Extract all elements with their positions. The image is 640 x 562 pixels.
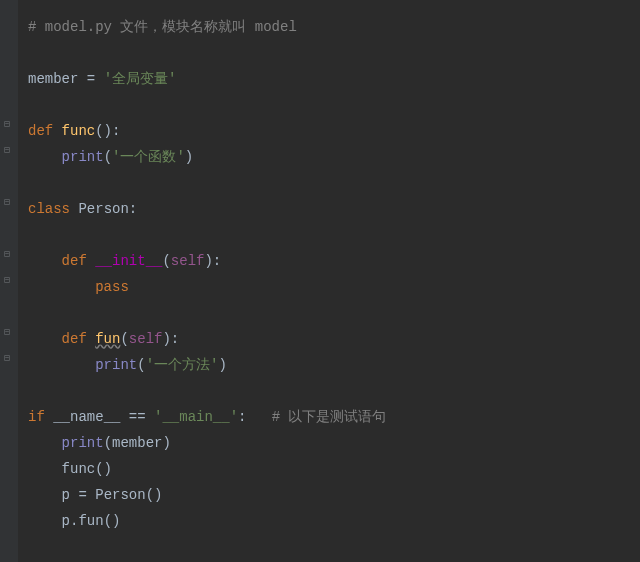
code-line: def fun(self):	[28, 326, 640, 352]
function-name: func	[62, 123, 96, 139]
keyword-class: class	[28, 201, 78, 217]
code-line: def __init__(self):	[28, 248, 640, 274]
code-line: # model.py 文件，模块名称就叫 model	[28, 14, 640, 40]
indent	[28, 279, 95, 295]
operator: =	[78, 71, 103, 87]
dunder-init: __init__	[95, 253, 162, 269]
parentheses: ()	[95, 461, 112, 477]
colon: :	[129, 201, 137, 217]
code-line: p = Person()	[28, 482, 640, 508]
keyword-def: def	[62, 253, 96, 269]
fold-icon[interactable]: ⊟	[4, 120, 14, 130]
builtin-print: print	[62, 435, 104, 451]
code-line: print('一个方法')	[28, 352, 640, 378]
paren: (	[120, 331, 128, 347]
comment-text: # 以下是测试语句	[272, 409, 387, 425]
code-line: p.fun()	[28, 508, 640, 534]
string-literal: '__main__'	[154, 409, 238, 425]
operator: =	[70, 487, 95, 503]
fold-icon[interactable]: ⊟	[4, 146, 14, 156]
code-line: member = '全局变量'	[28, 66, 640, 92]
code-line: print('一个函数')	[28, 144, 640, 170]
indent	[28, 461, 62, 477]
indent	[28, 513, 62, 529]
keyword-if: if	[28, 409, 53, 425]
code-line: if __name__ == '__main__': # 以下是测试语句	[28, 404, 640, 430]
parentheses: ()	[146, 487, 163, 503]
code-line	[28, 378, 640, 404]
builtin-print: print	[95, 357, 137, 373]
variable-name: p	[62, 487, 70, 503]
comment-text: # model.py 文件，模块名称就叫 model	[28, 19, 297, 35]
code-editor[interactable]: # model.py 文件，模块名称就叫 model member = '全局变…	[0, 0, 640, 548]
indent	[28, 357, 95, 373]
paren: )	[185, 149, 193, 165]
string-literal: '全局变量'	[104, 71, 177, 87]
code-line	[28, 222, 640, 248]
code-line: def func():	[28, 118, 640, 144]
indent	[28, 487, 62, 503]
paren: ):	[162, 331, 179, 347]
string-literal: '一个函数'	[112, 149, 185, 165]
parentheses: ():	[95, 123, 120, 139]
fold-icon[interactable]: ⊟	[4, 276, 14, 286]
fold-icon[interactable]: ⊟	[4, 198, 14, 208]
variable-name: member	[28, 71, 78, 87]
paren: (	[162, 253, 170, 269]
string-literal: '一个方法'	[146, 357, 219, 373]
keyword-pass: pass	[95, 279, 129, 295]
paren: (	[104, 435, 112, 451]
editor-gutter: ⊟ ⊟ ⊟ ⊟ ⊟ ⊟ ⊟	[0, 0, 18, 562]
paren: )	[162, 435, 170, 451]
indent	[28, 253, 62, 269]
operator: ==	[120, 409, 154, 425]
paren: (	[104, 149, 112, 165]
fold-icon[interactable]: ⊟	[4, 250, 14, 260]
code-line	[28, 300, 640, 326]
fold-icon[interactable]: ⊟	[4, 354, 14, 364]
builtin-print: print	[62, 149, 104, 165]
indent	[28, 331, 62, 347]
keyword-def: def	[62, 331, 96, 347]
dunder-name: __name__	[53, 409, 120, 425]
code-line	[28, 170, 640, 196]
keyword-def: def	[28, 123, 62, 139]
fold-icon[interactable]: ⊟	[4, 328, 14, 338]
paren: ):	[204, 253, 221, 269]
code-line: print(member)	[28, 430, 640, 456]
function-name: fun	[95, 331, 120, 347]
paren: )	[218, 357, 226, 373]
class-ref: Person	[95, 487, 145, 503]
indent	[28, 435, 62, 451]
method-call: fun	[78, 513, 103, 529]
code-line	[28, 40, 640, 66]
self-param: self	[129, 331, 163, 347]
code-line: class Person:	[28, 196, 640, 222]
indent	[28, 149, 62, 165]
class-name: Person	[78, 201, 128, 217]
self-param: self	[171, 253, 205, 269]
code-line: func()	[28, 456, 640, 482]
code-line	[28, 92, 640, 118]
code-line: pass	[28, 274, 640, 300]
variable-ref: member	[112, 435, 162, 451]
spacing	[246, 409, 271, 425]
paren: (	[137, 357, 145, 373]
function-call: func	[62, 461, 96, 477]
parentheses: ()	[104, 513, 121, 529]
variable-ref: p	[62, 513, 70, 529]
